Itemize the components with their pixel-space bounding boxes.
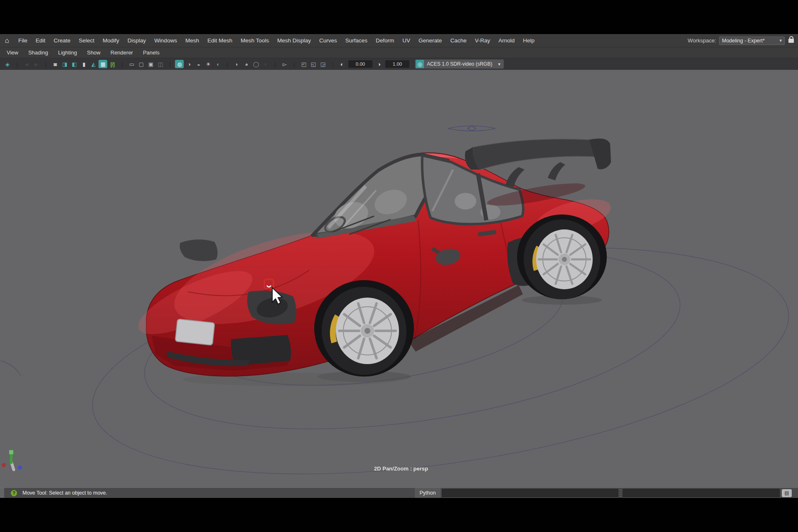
view-axis-gizmo[interactable] — [2, 450, 22, 470]
panel-menu-item[interactable]: Lighting — [53, 47, 82, 58]
film-gate-icon[interactable]: ◱ — [309, 60, 318, 68]
menubar-item[interactable]: Modify — [99, 34, 123, 47]
perspective-viewport[interactable]: 2D Pan/Zoom : persp — [0, 70, 798, 488]
menubar-item[interactable]: V-Ray — [470, 34, 494, 47]
color-space-value: ACES 1.0 SDR-video (sRGB) — [427, 61, 492, 67]
default-material-icon[interactable]: ◫ — [156, 60, 165, 68]
panel-menu-item[interactable]: Show — [82, 47, 106, 58]
image-plane-icon[interactable]: ◨ — [60, 60, 69, 68]
depth-of-field-icon[interactable]: ◯ — [251, 60, 260, 68]
panel-menu-bar: ViewShadingLightingShowRendererPanels — [0, 47, 798, 58]
menubar-item[interactable]: Deform — [372, 34, 398, 47]
panel-menu-item[interactable]: Shading — [23, 47, 53, 58]
python-command-input[interactable] — [442, 489, 618, 497]
menubar-item[interactable]: Surfaces — [341, 34, 372, 47]
bounding-box-icon[interactable]: ▢ — [137, 60, 145, 68]
menubar-item[interactable]: Arnold — [494, 34, 519, 47]
motion-blur-icon[interactable]: ◗ — [232, 60, 241, 68]
all-lights-icon[interactable]: ◒ — [194, 60, 203, 68]
letterbox-bottom — [0, 498, 798, 532]
toolbar-separator: | — [12, 60, 21, 68]
ambient-occlusion-icon[interactable]: ◖ — [213, 60, 222, 68]
help-message: Move Tool: Select an object to move. — [22, 490, 107, 496]
exposure-field[interactable]: 0.00 — [348, 60, 372, 68]
chevron-down-icon: ▾ — [779, 38, 782, 43]
toolbar-separator: | — [41, 60, 50, 68]
exposure-icon[interactable]: ◐ — [337, 60, 346, 68]
x-axis-handle — [2, 463, 6, 467]
toolbar-separator: | — [290, 60, 298, 68]
chevron-down-icon: ▾ — [492, 62, 500, 67]
object-select-icon[interactable]: ▻ — [280, 60, 289, 68]
menubar-item[interactable]: Select — [75, 34, 99, 47]
help-line-bar: ? Move Tool: Select an object to move. P… — [0, 488, 798, 498]
textured-lights-icon[interactable]: ◍ — [175, 60, 184, 68]
wireframe-on-shaded-icon[interactable]: ▦ — [99, 60, 107, 68]
pan-zoom-icon[interactable]: ◧ — [70, 60, 79, 68]
lock-icon[interactable] — [788, 39, 794, 43]
panel-menu-item[interactable]: Panels — [138, 47, 165, 58]
tool-hint-icon: ? — [11, 490, 17, 496]
default-light-icon[interactable]: ◑ — [185, 60, 193, 68]
grease-pencil-icon[interactable]: ◭ — [89, 60, 98, 68]
car-model[interactable] — [131, 138, 614, 379]
shadows-icon[interactable]: ☀ — [204, 60, 212, 68]
flat-shade-icon[interactable]: ▭ — [127, 60, 136, 68]
toolbar-separator: | — [328, 60, 337, 68]
menubar-item[interactable]: Create — [49, 34, 75, 47]
toolbar-separator: | — [118, 60, 126, 68]
toolbar-separator: | — [165, 60, 174, 68]
step-back-icon[interactable]: ◃ — [22, 60, 31, 68]
menubar-item[interactable]: UV — [398, 34, 414, 47]
smooth-shade-all-icon[interactable]: [/] — [108, 60, 117, 68]
menubar-item[interactable]: Curves — [315, 34, 341, 47]
home-icon[interactable]: ⌂ — [0, 34, 14, 47]
menubar-item[interactable]: Help — [519, 34, 539, 47]
textured-mode-icon[interactable]: ▣ — [146, 60, 155, 68]
viewport-toolbar: ◈ | ◃ ▹ | ◙ ◨ ◧ ▮ ◭ ▦ [/] — [0, 58, 798, 70]
panel-menu-item[interactable]: Renderer — [106, 47, 138, 58]
license-plate — [175, 319, 214, 345]
toolbar-icons: ◈ | ◃ ▹ | ◙ ◨ ◧ ▮ ◭ ▦ [/] — [2, 58, 337, 70]
menubar-item[interactable]: Generate — [414, 34, 446, 47]
gamma-field[interactable]: 1.00 — [385, 60, 409, 68]
camera-bookmark-icon[interactable]: ◙ — [51, 60, 59, 68]
menubar-item[interactable]: Mesh Display — [273, 34, 315, 47]
menubar-item[interactable]: Mesh — [181, 34, 203, 47]
camera-label: 2D Pan/Zoom : persp — [349, 466, 453, 472]
isolate-select-icon[interactable]: ◰ — [299, 60, 308, 68]
step-forward-icon[interactable]: ▹ — [32, 60, 40, 68]
workspace-selector[interactable]: Modeling - Expert* ▾ — [719, 37, 785, 45]
helpbar-grip[interactable] — [0, 488, 4, 498]
script-editor-icon[interactable]: ▤ — [782, 489, 792, 497]
letterbox-top — [0, 0, 798, 34]
workspace-label: Workspace: — [688, 37, 719, 44]
main-menu-bar: ⌂ FileEditCreateSelectModifyDisplayWindo… — [0, 34, 798, 47]
command-language-toggle[interactable]: Python — [415, 488, 441, 498]
menubar-item[interactable]: File — [14, 34, 32, 47]
toolbar-separator: | — [223, 60, 232, 68]
menubar-item[interactable]: Mesh Tools — [236, 34, 273, 47]
multisample-icon[interactable]: ◕ — [242, 60, 251, 68]
menubar-item[interactable]: Display — [123, 34, 150, 47]
command-line: Python ▤ — [415, 488, 792, 498]
color-space-selector[interactable]: ◎ ACES 1.0 SDR-video (sRGB) ▾ — [415, 59, 504, 69]
menubar-item[interactable]: Edit — [32, 34, 49, 47]
menubar-item[interactable]: Edit Mesh — [203, 34, 236, 47]
menubar-item[interactable]: Windows — [150, 34, 181, 47]
z-axis-handle — [18, 466, 22, 470]
bookmark-icon[interactable]: ▮ — [79, 60, 88, 68]
gamma-icon[interactable]: ◑ — [374, 60, 383, 68]
command-splitter[interactable] — [619, 488, 622, 498]
maya-window: ⌂ FileEditCreateSelectModifyDisplayWindo… — [0, 0, 798, 532]
command-result-field[interactable] — [623, 489, 780, 497]
fog-icon[interactable]: ▫ — [261, 60, 270, 68]
menubar-item[interactable]: Cache — [446, 34, 470, 47]
panel-layout-icon[interactable]: ◈ — [3, 60, 12, 68]
main-menus: FileEditCreateSelectModifyDisplayWindows… — [14, 34, 539, 47]
pan-zoom-marker[interactable] — [448, 126, 495, 131]
resolution-gate-icon[interactable]: ◲ — [318, 60, 327, 68]
toolbar-separator: | — [271, 60, 279, 68]
workspace-value: Modeling - Expert* — [722, 38, 765, 44]
panel-menu-item[interactable]: View — [2, 47, 23, 58]
